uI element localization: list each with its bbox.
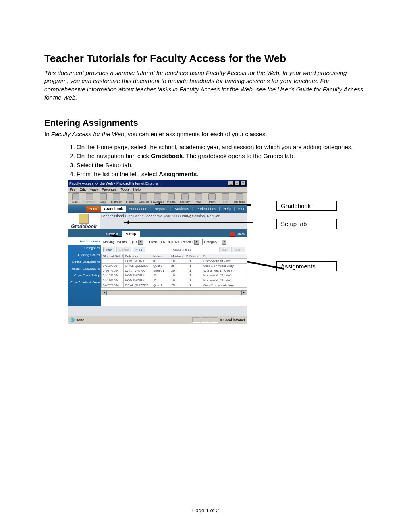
sidebar-item-define-calculations[interactable]: Define Calculations	[68, 258, 101, 265]
status-zone	[192, 317, 200, 323]
section-lead: In Faculty Access for the Web, you can e…	[44, 131, 367, 137]
menu-file[interactable]: File	[70, 187, 76, 191]
toolbar-back[interactable]: Back	[70, 193, 82, 204]
step-4: From the list on the left, select Assign…	[77, 170, 367, 178]
edit-button[interactable]: Edit	[219, 247, 230, 252]
app-navbar: Home Gradebook Attendance | Reports | St…	[68, 205, 247, 213]
scroll-right-icon[interactable]: ►	[241, 291, 246, 295]
menu-favorites[interactable]: Favorites	[102, 187, 116, 191]
col-max-points[interactable]: Maximum Points	[170, 254, 188, 259]
print-button[interactable]: Print	[133, 247, 145, 252]
class-select[interactable]: FREN 101-1, French I,▼	[160, 239, 203, 245]
save-button[interactable]: Save	[229, 231, 247, 237]
toolbar-edit[interactable]: Edit	[220, 193, 232, 204]
menu-help[interactable]: Help	[133, 187, 141, 191]
disk-icon	[230, 232, 235, 237]
gradebook-logo: Gradebook	[68, 213, 100, 229]
callout-setup: Setup tab	[276, 219, 337, 229]
app-logo-small	[68, 205, 86, 213]
menu-edit[interactable]: Edit	[80, 187, 86, 191]
table-row[interactable]: 04/19/2004HOMEWORK#3101Homework #3 - def…	[102, 278, 247, 283]
toolbar-discuss[interactable]: Discuss	[233, 193, 245, 204]
toolbar-media[interactable]: Media	[165, 193, 177, 204]
category-select[interactable]: ▼	[220, 239, 242, 245]
col-factor[interactable]: Factor	[188, 254, 202, 259]
step-list: On the Home page, select the school, aca…	[44, 143, 367, 178]
sidebar-item-categories[interactable]: Categories	[68, 245, 101, 251]
table-row[interactable]: 04/27/2004ORAL QUIZZESQuiz 2251Quiz 2 on…	[102, 283, 247, 288]
table-row[interactable]: 04/07/2004DAILY WORKSheet 1201Worksheet …	[102, 268, 247, 273]
nav-gradebook[interactable]: Gradebook	[101, 206, 126, 212]
toolbar-refresh[interactable]: Refresh	[110, 193, 122, 204]
marking-column-label: Marking Column:	[103, 240, 127, 244]
doc-intro: This document provides a sample tutorial…	[44, 69, 367, 102]
sidebar-item-assignments[interactable]: Assignments	[68, 238, 101, 245]
table-row[interactable]: HOMEWORK#1101Homework #1 - defi	[102, 259, 247, 264]
nav-reports[interactable]: Reports	[152, 206, 170, 212]
col-date-due[interactable]: Student Date Due	[102, 254, 124, 259]
nav-exit[interactable]: Exit	[235, 206, 247, 212]
toolbar-mail[interactable]: Mail	[193, 193, 205, 204]
step-3: Select the Setup tab.	[77, 161, 367, 169]
chevron-down-icon: ▼	[222, 240, 226, 245]
delete-button[interactable]: Delete	[116, 247, 131, 252]
school-line: School: Island High School; Academic Yea…	[100, 213, 247, 221]
figure: Gradebook Setup tab Assignments Faculty …	[68, 180, 366, 324]
book-icon	[79, 214, 89, 224]
browser-statusbar: 🌐 Done 🖥 Local intranet	[68, 316, 247, 324]
table-row[interactable]: 04/12/2004HOMEWORK#2101Homework #2 - def…	[102, 273, 247, 278]
category-label: Category:	[204, 240, 218, 244]
nav-home[interactable]: Home	[86, 206, 101, 212]
tab-setup[interactable]: Setup	[122, 231, 140, 237]
toolbar-history[interactable]: History	[179, 193, 191, 204]
arrow-setup	[124, 222, 253, 223]
step-2: On the navigation bar, click Gradebook. …	[77, 152, 367, 160]
toolbar-print[interactable]: Print	[206, 193, 218, 204]
toolbar-stop[interactable]: Stop	[97, 193, 109, 204]
col-category[interactable]: Category	[124, 254, 152, 259]
nav-attendance[interactable]: Attendance	[126, 206, 150, 212]
menu-view[interactable]: View	[90, 187, 98, 191]
browser-window: Faculty Access for the Web - Microsoft I…	[68, 180, 247, 324]
marking-column-select[interactable]: QT 4▼	[129, 239, 144, 245]
assignments-panel: Marking Column: QT 4▼ Class: FREN 101-1,…	[101, 238, 247, 306]
chevron-down-icon: ▼	[138, 240, 143, 245]
step-1: On the Home page, select the school, aca…	[77, 143, 367, 151]
assignments-grid: Student Date Due Category Name Maximum P…	[101, 254, 247, 288]
globe-icon: 🌐	[70, 318, 75, 322]
sidebar-item-copy-class-setup[interactable]: Copy Class Setup	[68, 272, 101, 279]
nav-preferences[interactable]: Preferences	[193, 206, 219, 212]
nav-help[interactable]: Help	[220, 206, 234, 212]
horizontal-scrollbar[interactable]: ◄ ►	[101, 290, 247, 295]
toolbar-forward[interactable]: Forward	[83, 193, 95, 204]
toolbar-home[interactable]: Home	[124, 193, 136, 204]
sidebar-item-assign-calculations[interactable]: Assign Calculations	[68, 265, 101, 272]
minimize-button[interactable]: _	[228, 181, 234, 186]
sidebar-item-copy-academic-year[interactable]: Copy Academic Year	[68, 279, 101, 286]
open-button[interactable]: Open	[231, 247, 245, 252]
col-name[interactable]: Name	[152, 254, 170, 259]
intranet-icon: 🖥	[219, 318, 222, 322]
chevron-down-icon: ▼	[194, 240, 199, 245]
status-zone	[210, 317, 218, 323]
setup-sidebar: Assignments Categories Grading Scales De…	[68, 238, 101, 306]
section-label: Assignments	[146, 248, 218, 251]
callout-gradebook: Gradebook	[276, 201, 337, 211]
class-label: Class:	[149, 240, 158, 244]
sidebar-item-grading-scales[interactable]: Grading Scales	[68, 251, 101, 258]
table-row[interactable]: 04/13/2004ORAL QUIZZESQuiz 1251Quiz 1 on…	[102, 264, 247, 268]
doc-title: Teacher Tutorials for Faculty Access for…	[44, 52, 367, 65]
close-button[interactable]: ×	[240, 181, 246, 186]
callout-assignments: Assignments	[276, 261, 337, 271]
new-button[interactable]: New	[103, 247, 115, 252]
browser-menubar: File Edit View Favorites Tools Help	[68, 187, 247, 193]
maximize-button[interactable]: □	[234, 181, 240, 186]
toolbar-search[interactable]: Search	[138, 193, 150, 204]
scroll-left-icon[interactable]: ◄	[102, 291, 107, 295]
status-zone	[201, 317, 209, 323]
menu-tools[interactable]: Tools	[120, 187, 129, 191]
gradebook-tabs: Grades Setup Save	[68, 229, 247, 237]
col-description[interactable]: D	[202, 254, 247, 259]
browser-title: Faculty Access for the Web - Microsoft I…	[69, 181, 159, 185]
nav-students[interactable]: Students	[172, 206, 192, 212]
